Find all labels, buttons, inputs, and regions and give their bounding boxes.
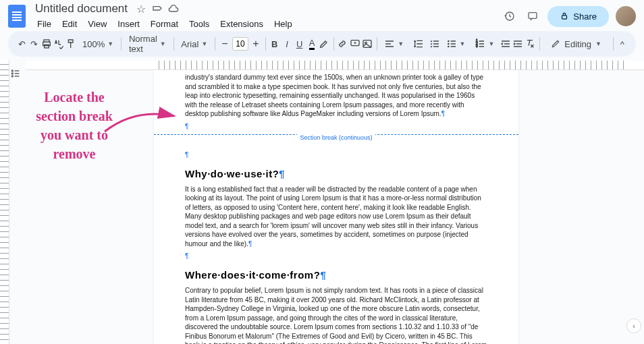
- annotation-text: Locate the section break you want to rem…: [27, 88, 122, 163]
- menu-format[interactable]: Format: [146, 17, 183, 31]
- font-size-increase[interactable]: +: [250, 37, 262, 51]
- heading-why[interactable]: Why·do·we·use·it?¶: [185, 168, 487, 179]
- style-dropdown[interactable]: Normal text▼: [125, 32, 170, 55]
- empty-paragraph[interactable]: ¶: [185, 252, 487, 260]
- svg-rect-1: [562, 16, 567, 19]
- app-header: Untitled document ☆ File Edit View Inser…: [0, 0, 644, 30]
- redo-button[interactable]: ↷: [28, 35, 39, 53]
- spellcheck-button[interactable]: [53, 35, 64, 53]
- toolbar: ↶ ↷ 100%▼ Normal text▼ Arial▼ − + B I U …: [8, 31, 636, 57]
- document-title[interactable]: Untitled document: [32, 1, 130, 16]
- star-icon[interactable]: ☆: [136, 3, 146, 14]
- svg-point-14: [11, 70, 13, 71]
- menu-tools[interactable]: Tools: [184, 17, 214, 31]
- svg-point-8: [448, 40, 448, 41]
- insert-image-button[interactable]: [362, 35, 373, 53]
- history-icon[interactable]: [502, 8, 518, 24]
- paint-format-button[interactable]: [66, 35, 77, 53]
- cloud-status-icon[interactable]: [168, 3, 179, 14]
- print-button[interactable]: [41, 35, 52, 53]
- text-color-button[interactable]: A: [306, 35, 317, 53]
- insert-comment-button[interactable]: [350, 35, 360, 53]
- horizontal-ruler: [26, 61, 644, 70]
- avatar[interactable]: [616, 6, 636, 26]
- bold-button[interactable]: B: [269, 35, 280, 53]
- title-area: Untitled document ☆ File Edit View Inser…: [32, 1, 502, 31]
- underline-button[interactable]: U: [294, 35, 304, 53]
- svg-rect-0: [529, 13, 537, 19]
- bullet-list-dropdown[interactable]: ▼: [442, 37, 470, 51]
- indent-decrease-button[interactable]: [500, 35, 510, 53]
- explore-button[interactable]: ‹: [626, 318, 641, 333]
- document-page[interactable]: industry's standard dummy text ever sinc…: [154, 70, 518, 344]
- font-size-input[interactable]: [232, 37, 248, 51]
- editing-mode-dropdown[interactable]: Editing ▼: [543, 36, 610, 52]
- highlight-button[interactable]: [319, 35, 329, 53]
- share-button[interactable]: Share: [547, 6, 609, 27]
- menu-help[interactable]: Help: [269, 17, 297, 31]
- svg-point-10: [448, 46, 448, 47]
- zoom-dropdown[interactable]: 100%▼: [78, 38, 117, 51]
- menu-extensions[interactable]: Extensions: [215, 17, 268, 31]
- line-spacing-dropdown[interactable]: [409, 37, 428, 51]
- menu-edit[interactable]: Edit: [57, 17, 82, 31]
- svg-text:3: 3: [476, 45, 478, 48]
- svg-point-9: [448, 43, 448, 44]
- font-size-decrease[interactable]: −: [219, 37, 231, 51]
- checklist-button[interactable]: [429, 35, 440, 53]
- svg-point-15: [11, 73, 13, 74]
- align-dropdown[interactable]: ▼: [380, 37, 408, 51]
- move-icon[interactable]: [152, 3, 163, 14]
- svg-point-16: [11, 76, 13, 77]
- font-size-stepper: − +: [219, 37, 262, 51]
- menu-file[interactable]: File: [32, 17, 56, 31]
- section-break-indicator[interactable]: Section break (continuous): [154, 134, 518, 147]
- indent-increase-button[interactable]: [512, 35, 523, 53]
- body-paragraph[interactable]: Contrary to popular belief, Lorem Ipsum …: [185, 286, 487, 344]
- vertical-ruler: [0, 59, 9, 344]
- share-label: Share: [573, 11, 597, 22]
- menu-view[interactable]: View: [83, 17, 111, 31]
- menubar: File Edit View Insert Format Tools Exten…: [32, 17, 502, 31]
- comments-icon[interactable]: [525, 8, 541, 24]
- italic-button[interactable]: I: [281, 35, 292, 53]
- empty-paragraph[interactable]: ¶: [185, 123, 487, 130]
- collapse-toolbar-button[interactable]: ^: [617, 35, 628, 53]
- font-dropdown[interactable]: Arial▼: [177, 38, 211, 51]
- clear-formatting-button[interactable]: [525, 35, 535, 53]
- docs-logo-icon[interactable]: [8, 5, 26, 28]
- body-paragraph[interactable]: It is a long established fact that a rea…: [185, 185, 487, 249]
- body-paragraph[interactable]: industry's standard dummy text ever sinc…: [185, 73, 487, 119]
- menu-insert[interactable]: Insert: [113, 17, 144, 31]
- insert-link-button[interactable]: [337, 35, 348, 53]
- section-break-label: Section break (continuous): [297, 134, 375, 141]
- numbered-list-dropdown[interactable]: 123▼: [471, 37, 498, 51]
- undo-button[interactable]: ↶: [16, 35, 27, 53]
- heading-where[interactable]: Where·does·it·come·from?¶: [185, 269, 487, 281]
- empty-paragraph[interactable]: ¶: [185, 151, 487, 159]
